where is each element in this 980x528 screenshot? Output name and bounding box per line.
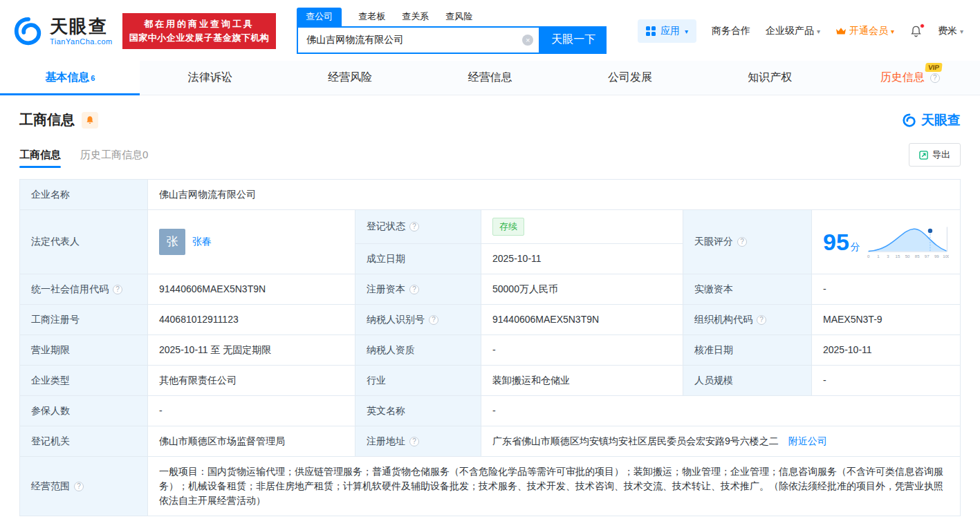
table-row: 参保人数 - 英文名称 - <box>20 395 961 426</box>
subtab-history-label: 历史工商信息 <box>80 149 142 160</box>
legal-rep-link[interactable]: 张春 <box>192 234 212 249</box>
help-icon[interactable]: ? <box>113 285 122 294</box>
tab-legal-proceedings[interactable]: 法律诉讼 <box>140 61 279 95</box>
tab-history-info[interactable]: 历史信息 VIP ? <box>840 61 980 95</box>
apps-menu-button[interactable]: 应用 ▾ <box>638 19 696 43</box>
search-block: 查公司 查老板 查关系 查风险 × 天眼一下 <box>297 9 607 54</box>
clear-search-icon[interactable]: × <box>522 35 533 46</box>
help-icon[interactable]: ? <box>409 437 419 446</box>
search-input-wrap: × <box>297 26 540 54</box>
help-icon[interactable]: ? <box>757 315 766 325</box>
chart-tick: 97 <box>925 254 930 258</box>
bell-icon <box>85 115 95 125</box>
help-icon[interactable]: ? <box>74 482 84 491</box>
help-icon[interactable]: ? <box>409 285 419 294</box>
chart-tick: 85 <box>915 254 920 258</box>
staff-size-value: - <box>812 365 961 395</box>
taxpayer-quality-value: - <box>481 334 683 365</box>
slogan-line2: 国家中小企业发展子基金旗下机构 <box>129 31 270 45</box>
search-tab-boss[interactable]: 查老板 <box>358 10 385 26</box>
export-label: 导出 <box>932 149 950 161</box>
chart-tick: 0 <box>867 254 870 258</box>
chart-tick: 1 <box>877 254 880 258</box>
tab-operating-risk[interactable]: 经营风险 <box>280 61 420 95</box>
top-menu: 应用 ▾ 商务合作 企业级产品 ▾ 开通会员 ▾ 费米 ▾ <box>638 19 963 43</box>
field-label-business-term: 营业期限 <box>20 334 148 365</box>
brand-name: 天眼查 <box>50 17 113 37</box>
field-label-company-name: 企业名称 <box>20 180 148 210</box>
score-cell: 95分 0 1 3 15 50 85 <box>812 210 961 274</box>
subtab-history-count: 0 <box>142 149 148 160</box>
tianyancha-watermark: 天眼查 <box>902 111 961 129</box>
field-label-company-type: 企业类型 <box>20 365 148 395</box>
search-tabs: 查公司 查老板 查关系 查风险 <box>297 9 607 26</box>
vip-badge: VIP <box>925 63 942 72</box>
search-input[interactable] <box>306 35 522 46</box>
table-row: 统一社会信用代码? 91440606MAEX5N3T9N 注册资本? 50000… <box>20 274 961 304</box>
score-marker-dot <box>928 229 932 233</box>
table-row: 营业期限 2025-10-11 至 无固定期限 纳税人资质 - 核准日期 202… <box>20 334 961 365</box>
menu-open-vip[interactable]: 开通会员 ▾ <box>835 25 894 37</box>
org-code-value: MAEX5N3T-9 <box>812 304 961 334</box>
search-tab-relation[interactable]: 查关系 <box>402 10 429 26</box>
subtab-business-info[interactable]: 工商信息 <box>19 149 61 162</box>
field-label-staff-size: 人员规模 <box>683 365 812 395</box>
reg-address-value: 广东省佛山市顺德区均安镇均安社区居民委员会宏安路9号六楼之二 <box>492 435 779 446</box>
business-info-table: 企业名称 佛山吉网物流有限公司 法定代表人 张 张春 登记状态? 存续 天眼评分… <box>19 179 961 516</box>
reg-address-label: 注册地址 <box>367 435 405 446</box>
apps-label: 应用 <box>660 25 680 37</box>
tab-intellectual-property[interactable]: 知识产权 <box>700 61 840 95</box>
table-row: 登记机关 佛山市顺德区市场监督管理局 注册地址? 广东省佛山市顺德区均安镇均安社… <box>20 426 961 456</box>
export-icon <box>919 151 928 160</box>
search-row: × 天眼一下 <box>297 26 607 54</box>
chart-tick: 99 <box>934 254 939 258</box>
user-menu[interactable]: 费米 ▾ <box>938 25 963 37</box>
top-header: 天眼查 TianYanCha.com 都在用的商业查询工具 国家中小企业发展子基… <box>0 0 980 61</box>
field-label-approval-date: 核准日期 <box>683 334 812 365</box>
tab-operating-info[interactable]: 经营信息 <box>420 61 560 95</box>
reg-capital-label: 注册资本 <box>367 283 405 294</box>
help-icon[interactable]: ? <box>930 73 940 83</box>
reg-address-cell: 广东省佛山市顺德区均安镇均安社区居民委员会宏安路9号六楼之二 附近公司 <box>481 426 961 456</box>
field-label-insured-count: 参保人数 <box>20 395 148 426</box>
chart-tick: 15 <box>895 254 900 258</box>
legal-rep-cell: 张 张春 <box>148 210 355 274</box>
field-label-industry: 行业 <box>355 365 481 395</box>
table-row: 法定代表人 张 张春 登记状态? 存续 天眼评分? 95分 <box>20 210 961 244</box>
tianyancha-logo[interactable]: 天眼查 TianYanCha.com <box>12 15 113 47</box>
field-label-reg-number: 工商注册号 <box>20 304 148 334</box>
notification-bell-button[interactable] <box>909 25 923 38</box>
tianyancha-logo-icon <box>902 113 917 128</box>
tab-company-development[interactable]: 公司发展 <box>560 61 700 95</box>
watermark-brand-text: 天眼查 <box>921 111 961 129</box>
slogan-line1: 都在用的商业查询工具 <box>129 17 270 31</box>
field-label-english-name: 英文名称 <box>355 395 481 426</box>
menu-biz-cooperation[interactable]: 商务合作 <box>712 25 750 37</box>
logo-text: 天眼查 TianYanCha.com <box>50 17 113 46</box>
field-label-score: 天眼评分? <box>683 210 812 274</box>
field-label-taxpayer-quality: 纳税人资质 <box>355 334 481 365</box>
tab-history-label: 历史信息 <box>880 71 925 83</box>
chevron-down-icon: ▾ <box>960 28 963 35</box>
menu-enterprise-products[interactable]: 企业级产品 ▾ <box>766 25 820 37</box>
nearby-companies-link[interactable]: 附近公司 <box>788 435 827 446</box>
help-icon[interactable]: ? <box>737 237 747 247</box>
field-label-reg-authority: 登记机关 <box>20 426 148 456</box>
taxpayer-id-label: 纳税人识别号 <box>367 314 425 325</box>
business-term-value: 2025-10-11 至 无固定期限 <box>148 334 355 365</box>
company-type-value: 其他有限责任公司 <box>148 365 355 395</box>
help-icon[interactable]: ? <box>429 315 438 325</box>
tab-history-label-wrap: 历史信息 VIP <box>880 70 925 85</box>
search-tab-risk[interactable]: 查风险 <box>445 10 472 26</box>
subtab-history-business-info[interactable]: 历史工商信息0 <box>80 149 148 162</box>
legal-rep-avatar[interactable]: 张 <box>159 229 185 255</box>
help-icon[interactable]: ? <box>409 222 419 232</box>
export-button[interactable]: 导出 <box>909 143 961 167</box>
subscribe-bell-button[interactable] <box>82 112 98 129</box>
table-row: 企业类型 其他有限责任公司 行业 装卸搬运和仓储业 人员规模 - <box>20 365 961 395</box>
business-scope-label: 经营范围 <box>31 480 70 491</box>
search-tab-company[interactable]: 查公司 <box>297 8 342 26</box>
search-button[interactable]: 天眼一下 <box>540 26 607 54</box>
tab-basic-info[interactable]: 基本信息6 <box>0 61 140 95</box>
open-vip-label: 开通会员 <box>849 25 888 37</box>
